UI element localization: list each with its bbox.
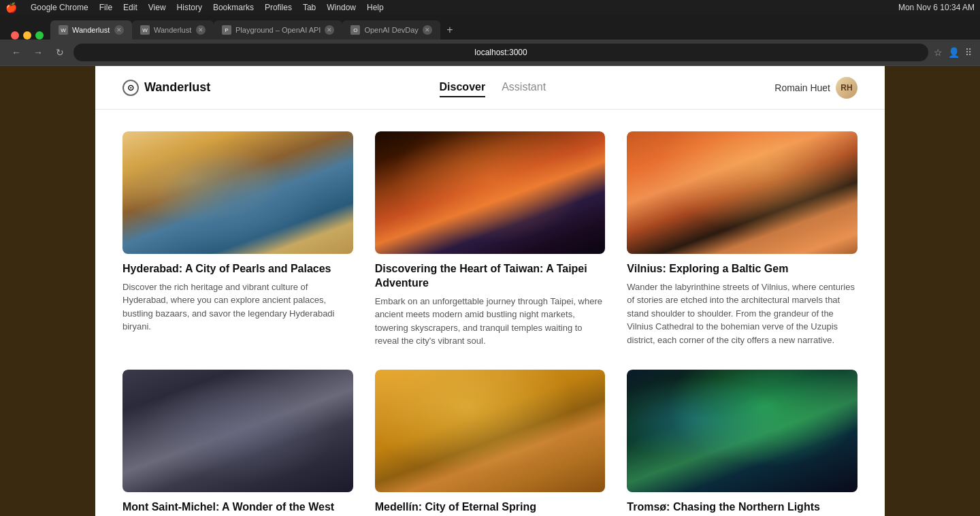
- card-desc-hyderabad: Discover the rich heritage and vibrant c…: [122, 280, 353, 334]
- logo-icon: ⊙: [122, 80, 139, 96]
- minimize-window-button[interactable]: [23, 31, 31, 39]
- tab-favicon-4: O: [350, 25, 360, 35]
- card-aurora[interactable]: Tromsø: Chasing the Northern Lights Jour…: [627, 370, 858, 516]
- app-logo: ⊙ Wanderlust: [122, 80, 210, 96]
- menu-edit[interactable]: Edit: [123, 3, 137, 12]
- card-desc-vilnius: Wander the labyrinthine streets of Vilni…: [627, 280, 858, 347]
- menu-history[interactable]: History: [177, 3, 202, 12]
- browser-chrome: W Wanderlust ✕ W Wanderlust ✕ P Playgrou…: [0, 15, 980, 66]
- address-bar-row: ← → ↻ ☆ 👤 ⠿: [0, 39, 980, 65]
- tab-close-2[interactable]: ✕: [196, 25, 206, 35]
- nav-discover[interactable]: Discover: [440, 78, 486, 97]
- browser-actions: ☆ 👤 ⠿: [934, 47, 972, 58]
- app-title: Wanderlust: [144, 80, 210, 95]
- new-tab-button[interactable]: +: [440, 20, 459, 39]
- menu-bookmarks[interactable]: Bookmarks: [213, 3, 254, 12]
- tab-label-2: Wanderlust: [154, 26, 191, 34]
- avatar[interactable]: RH: [836, 77, 858, 99]
- tab-label-1: Wanderlust: [72, 26, 110, 34]
- menu-window[interactable]: Window: [327, 3, 356, 12]
- menu-tab[interactable]: Tab: [303, 3, 316, 12]
- card-desc-taipei: Embark on an unforgettable journey throu…: [375, 295, 606, 348]
- card-image-aurora: [627, 370, 858, 492]
- tab-wanderlust-2[interactable]: W Wanderlust ✕: [132, 20, 214, 39]
- menu-profiles[interactable]: Profiles: [265, 3, 292, 12]
- card-image-mont: [122, 370, 353, 492]
- card-grid: Hyderabad: A City of Pearls and Palaces …: [95, 110, 885, 516]
- tab-wanderlust-1[interactable]: W Wanderlust ✕: [50, 20, 132, 39]
- menu-view[interactable]: View: [148, 3, 166, 12]
- card-image-hyderabad: [122, 131, 353, 254]
- apple-icon: 🍎: [5, 2, 17, 13]
- address-input[interactable]: [74, 44, 928, 61]
- app-nav: Discover Assistant: [440, 78, 546, 97]
- tab-close-3[interactable]: ✕: [325, 25, 334, 35]
- card-title-hyderabad: Hyderabad: A City of Pearls and Palaces: [122, 262, 353, 276]
- reload-button[interactable]: ↻: [52, 44, 68, 61]
- card-mont[interactable]: Mont Saint-Michel: A Wonder of the West …: [122, 370, 353, 516]
- card-hyderabad[interactable]: Hyderabad: A City of Pearls and Palaces …: [122, 131, 353, 348]
- tab-close-1[interactable]: ✕: [114, 25, 124, 35]
- system-time: Mon Nov 6 10:34 AM: [898, 3, 975, 12]
- card-image-vilnius: [627, 131, 858, 254]
- tab-label-4: OpenAI DevDay: [364, 26, 418, 34]
- back-button[interactable]: ←: [8, 44, 24, 61]
- tab-favicon-2: W: [140, 25, 150, 35]
- card-title-vilnius: Vilnius: Exploring a Baltic Gem: [627, 262, 858, 276]
- user-name: Romain Huet: [774, 82, 830, 93]
- card-vilnius[interactable]: Vilnius: Exploring a Baltic Gem Wander t…: [627, 131, 858, 348]
- tab-favicon-3: P: [222, 25, 231, 35]
- card-title-cable: Medellín: City of Eternal Spring: [375, 500, 606, 515]
- card-taipei[interactable]: Discovering the Heart of Taiwan: A Taipe…: [375, 131, 606, 348]
- tab-favicon-1: W: [59, 25, 68, 35]
- extensions-icon[interactable]: ⠿: [965, 47, 972, 58]
- card-image-taipei: [375, 131, 606, 254]
- tab-playground[interactable]: P Playground – OpenAI API ✕: [214, 20, 342, 39]
- avatar-initials: RH: [840, 83, 852, 93]
- app-content: ⊙ Wanderlust Discover Assistant Romain H…: [95, 66, 885, 516]
- card-title-taipei: Discovering the Heart of Taiwan: A Taipe…: [375, 262, 606, 291]
- menu-help[interactable]: Help: [367, 3, 384, 12]
- user-area: Romain Huet RH: [774, 77, 858, 99]
- tab-bar: W Wanderlust ✕ W Wanderlust ✕ P Playgrou…: [0, 15, 980, 39]
- card-title-aurora: Tromsø: Chasing the Northern Lights: [627, 500, 858, 515]
- bookmark-icon[interactable]: ☆: [934, 47, 943, 58]
- card-cable[interactable]: Medellín: City of Eternal Spring Discove…: [375, 370, 606, 516]
- nav-assistant[interactable]: Assistant: [502, 78, 546, 97]
- mac-menubar: 🍎 Google Chrome File Edit View History B…: [0, 0, 980, 15]
- tab-close-4[interactable]: ✕: [423, 25, 432, 35]
- close-window-button[interactable]: [11, 31, 19, 39]
- tab-label-3: Playground – OpenAI API: [235, 26, 321, 34]
- maximize-window-button[interactable]: [35, 31, 44, 39]
- tabs-container: W Wanderlust ✕ W Wanderlust ✕ P Playgrou…: [50, 20, 975, 39]
- profile-icon[interactable]: 👤: [948, 47, 960, 58]
- card-title-mont: Mont Saint-Michel: A Wonder of the West: [122, 500, 353, 515]
- traffic-lights: [5, 31, 49, 39]
- app-header: ⊙ Wanderlust Discover Assistant Romain H…: [95, 66, 885, 110]
- menu-file[interactable]: File: [99, 3, 112, 12]
- tab-devday[interactable]: O OpenAI DevDay ✕: [342, 20, 440, 39]
- card-image-cable: [375, 370, 606, 492]
- forward-button[interactable]: →: [30, 44, 46, 61]
- menu-chrome[interactable]: Google Chrome: [31, 3, 88, 12]
